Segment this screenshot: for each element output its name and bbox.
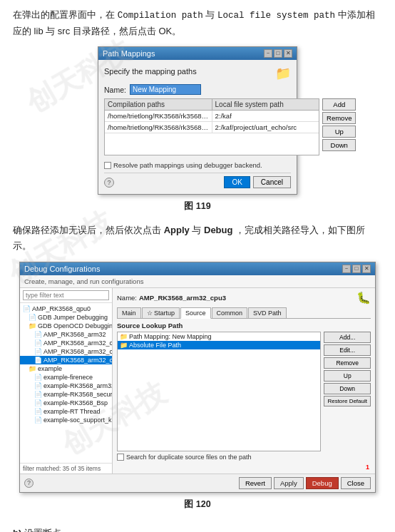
debug-button[interactable]: Debug xyxy=(306,477,339,489)
path-row-1[interactable]: /home/trietlong/RK3568/rk3568e_amp... 2:… xyxy=(105,111,319,122)
fig-120-caption: 图 120 xyxy=(13,498,382,511)
side-buttons: Add Remove Up Down xyxy=(322,98,356,151)
tree-item-firenece[interactable]: 📄 example-firenece xyxy=(20,373,112,382)
tree-label-rk3568-arm32: example-RK3568_arm32 xyxy=(43,382,112,389)
debug-titlebar-controls: － □ ✕ xyxy=(342,265,371,273)
tree-icon-cpu1: 📄 xyxy=(34,339,42,347)
tree-icon-rk3568-arm32: 📄 xyxy=(34,382,42,389)
debug-body: 📄 AMP_RK3568_qpu0 📄 GDB Jumper Debugging… xyxy=(20,288,375,474)
tree-item-qpu0[interactable]: 📄 AMP_RK3568_qpu0 xyxy=(20,305,112,313)
source-item-absolute[interactable]: 📁 Absolute File Path xyxy=(118,341,320,349)
fig-120-label: 图 xyxy=(184,499,193,509)
para2-paragraph: 确保路径添加无误后，然后依次点击 Apply 与 Debug ，完成相关路径导入… xyxy=(13,222,382,254)
fig-119-caption: 图 119 xyxy=(13,200,382,213)
close-button[interactable]: ✕ xyxy=(284,49,292,58)
section-b-label: b) xyxy=(13,528,21,532)
apply-label: Apply xyxy=(164,225,190,235)
source-remove-button[interactable]: Remove xyxy=(324,357,371,369)
source-lookup-label: Source Lookup Path xyxy=(117,322,371,329)
source-buttons: Add... Edit... Remove Up Down Restore De… xyxy=(324,332,371,451)
tree-label-openocd: GDB OpenOCD Debugging xyxy=(38,322,112,329)
filter-input[interactable] xyxy=(23,290,109,300)
intro-text-1: 在弹出的配置界面中，在 xyxy=(13,9,115,20)
source-edit-button[interactable]: Edit... xyxy=(324,344,371,356)
config-name-row: Name: AMP_RK3568_arm32_cpu3 🐛 xyxy=(117,291,371,305)
intro-text-2: 与 xyxy=(205,9,215,20)
path-cell-local-1: 2:/kaf xyxy=(212,111,319,121)
tab-startup[interactable]: ☆ Startup xyxy=(142,307,180,318)
tree-item-cpu2[interactable]: 📄 AMP_RK3568_arm32_cpu2 xyxy=(20,347,112,356)
minimize-button[interactable]: － xyxy=(264,49,272,58)
tree-item-rk3568-secure[interactable]: 📄 example-RK3568_secure xyxy=(20,390,112,399)
source-down-button[interactable]: Down xyxy=(324,383,371,394)
fig-119-num: 119 xyxy=(196,201,211,211)
tree-label-rk3568-bsp: example-RK3568_Bsp xyxy=(43,399,108,406)
source-icon-absolute: 📁 xyxy=(120,342,128,349)
tree-label-firenece: example-firenece xyxy=(43,374,93,381)
tab-common[interactable]: Common xyxy=(212,307,248,318)
down-button[interactable]: Down xyxy=(322,139,356,151)
tree-item-arm32[interactable]: 📄 AMP_RK3568_arm32 xyxy=(20,330,112,339)
tree-item-openocd-group[interactable]: 📁 GDB OpenOCD Debugging xyxy=(20,322,112,330)
dialog-titlebar: Path Mappings － □ ✕ xyxy=(98,47,297,60)
name-input[interactable] xyxy=(130,84,201,95)
source-panel: 📁 Path Mapping: New Mapping 📁 Absolute F… xyxy=(117,332,371,451)
path-mappings-dialog: Path Mappings － □ ✕ Specify the mapping … xyxy=(98,46,297,195)
tree-item-cpu3[interactable]: 📄 AMP_RK3568_arm32_cpu3 xyxy=(20,356,112,364)
tree-icon-cpu3: 📄 xyxy=(34,357,42,364)
para2-text-1: 确保路径添加无误后，然后依次点击 xyxy=(13,225,161,235)
debug-title: Debug Configurations xyxy=(24,265,100,273)
tree-icon-rk3568-secure: 📄 xyxy=(34,391,42,398)
tree-item-soc-support[interactable]: 📄 example-soc_support_kit xyxy=(20,416,112,424)
help-icon[interactable]: ? xyxy=(104,178,114,188)
debug-config-container: Debug Configurations － □ ✕ Create, manag… xyxy=(13,262,382,493)
source-item-path-mapping[interactable]: 📁 Path Mapping: New Mapping xyxy=(118,332,320,341)
path-row-2[interactable]: /home/trietlong/RK3568/rk3568e_amp... 2:… xyxy=(105,122,319,133)
tree-label-jumper: GDB Jumper Debugging xyxy=(38,314,108,321)
tab-svd-path[interactable]: SVD Path xyxy=(248,307,287,318)
apply-button[interactable]: Apply xyxy=(274,477,304,489)
remove-button[interactable]: Remove xyxy=(322,112,356,124)
add-button[interactable]: Add xyxy=(322,98,356,111)
tree-item-rk3568-arm32[interactable]: 📄 example-RK3568_arm32 xyxy=(20,382,112,390)
source-label-path-mapping: Path Mapping: New Mapping xyxy=(129,333,212,340)
debug-minimize-button[interactable]: － xyxy=(342,265,351,273)
source-restore-button[interactable]: Restore Default xyxy=(324,396,371,406)
section-b-row: b) 设置断点 xyxy=(13,521,382,532)
debug-subtitle: Create, manage, and run configurations xyxy=(20,275,375,288)
col-header-compilation: Compilation paths xyxy=(105,99,212,110)
revert-button[interactable]: Revert xyxy=(239,477,272,489)
tree-icon-jumper: 📄 xyxy=(29,314,36,321)
source-list: 📁 Path Mapping: New Mapping 📁 Absolute F… xyxy=(117,332,321,451)
tab-source[interactable]: Source xyxy=(180,307,211,319)
tree-item-rt-thread[interactable]: 📄 example-RT Thread xyxy=(20,407,112,416)
table-empty-space xyxy=(105,133,319,155)
path-table: Compilation paths Local file system path… xyxy=(104,98,319,155)
up-button[interactable]: Up xyxy=(322,126,356,138)
search-checkbox[interactable] xyxy=(117,454,124,461)
source-add-button[interactable]: Add... xyxy=(324,332,371,343)
tree-icon-qpu0: 📄 xyxy=(23,305,31,312)
tree-label-cpu2: AMP_RK3568_arm32_cpu2 xyxy=(43,348,112,355)
maximize-button[interactable]: □ xyxy=(274,49,282,58)
tree-item-jumper[interactable]: 📄 GDB Jumper Debugging xyxy=(20,313,112,322)
tree-item-rk3568-bsp[interactable]: 📄 example-RK3568_Bsp xyxy=(20,399,112,407)
path-mappings-container: Path Mappings － □ ✕ Specify the mapping … xyxy=(13,46,382,195)
dialog-body: Specify the mapping paths 📁 Name: Compil… xyxy=(98,60,297,194)
cancel-button[interactable]: Cancel xyxy=(253,176,291,188)
debug-maximize-button[interactable]: □ xyxy=(352,265,361,273)
resolve-checkbox[interactable] xyxy=(104,162,111,169)
tree-item-example[interactable]: 📁 example xyxy=(20,364,112,373)
ok-button[interactable]: OK xyxy=(224,176,250,188)
source-icon-path-mapping: 📁 xyxy=(120,333,128,340)
source-up-button[interactable]: Up xyxy=(324,370,371,382)
path-table-header: Compilation paths Local file system path xyxy=(105,99,319,111)
debug-close-button[interactable]: ✕ xyxy=(362,265,371,273)
tab-main[interactable]: Main xyxy=(117,307,141,318)
debug-config-dialog: Debug Configurations － □ ✕ Create, manag… xyxy=(19,262,376,493)
config-name-value: AMP_RK3568_arm32_cpu3 xyxy=(139,294,354,302)
debug-help-icon[interactable]: ? xyxy=(24,479,34,488)
tree-item-cpu1[interactable]: 📄 AMP_RK3568_arm32_cpu1 xyxy=(20,339,112,347)
dialog-close-button[interactable]: Close xyxy=(341,477,371,489)
col-header-local: Local file system path xyxy=(212,99,319,110)
